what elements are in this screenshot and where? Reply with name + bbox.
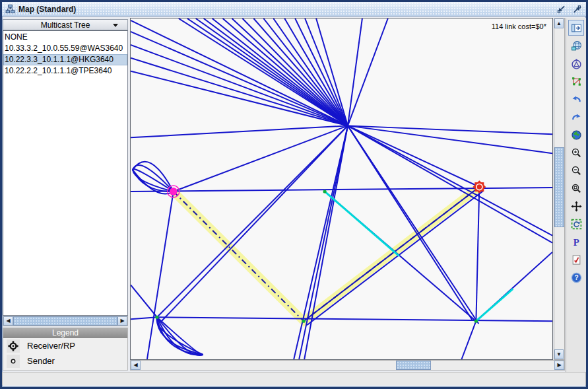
multicast-tree-dropdown[interactable]: Multicast Tree (3, 19, 128, 30)
help-button[interactable]: ? (568, 269, 584, 285)
network-link[interactable] (147, 192, 174, 359)
map-toolbar: P ? (566, 18, 586, 372)
globe-button[interactable] (568, 127, 584, 143)
scroll-right-button[interactable]: ▶ (117, 316, 127, 326)
scrollbar-thumb[interactable] (396, 361, 431, 370)
report-check-button[interactable] (568, 252, 584, 267)
topology-layout-icon (571, 76, 582, 87)
tree-list-item[interactable]: NONE (3, 32, 127, 43)
network-link[interactable] (157, 125, 348, 317)
overview-icon (571, 58, 582, 69)
network-link[interactable] (161, 125, 348, 322)
restore-window-button[interactable] (556, 4, 567, 14)
pan-icon (571, 201, 582, 212)
legend-item-receiver: Receiver/RP (3, 338, 127, 353)
map-hscrollbar[interactable]: ◀ ▶ (130, 360, 565, 371)
tree-list-item[interactable]: 10.33.3.2_10.0.55.59@WAS3640 (3, 43, 127, 54)
network-link[interactable] (348, 125, 552, 242)
network-map-svg (131, 18, 552, 359)
network-link[interactable] (157, 317, 552, 321)
restore-icon (556, 5, 566, 14)
network-link[interactable] (461, 321, 476, 359)
legend-label-receiver: Receiver/RP (27, 341, 75, 351)
scrollbar-track[interactable] (554, 28, 564, 349)
overview-button[interactable] (568, 55, 584, 71)
waypoint-node[interactable] (474, 320, 478, 323)
link-cost-label: 114 link cost=$0* (492, 22, 546, 30)
tree-list-hscrollbar[interactable]: ◀ ▶ (3, 316, 128, 326)
cyan-link[interactable] (476, 289, 513, 321)
scrollbar-track[interactable] (141, 361, 554, 370)
network-link[interactable] (294, 125, 348, 359)
sender-icon (7, 355, 20, 368)
report-check-icon (571, 254, 582, 265)
zoom-out-button[interactable] (568, 162, 584, 178)
scroll-down-button[interactable]: ▼ (554, 349, 564, 359)
map-window: Map (Standard) Multicast Tree NO (0, 0, 588, 389)
letter-p-button[interactable]: P (568, 234, 584, 250)
panel-toggle-button[interactable] (568, 20, 584, 36)
globe-icon (571, 129, 582, 141)
zoom-in-icon (571, 147, 582, 159)
dropdown-arrow-icon (113, 24, 118, 27)
network-link[interactable] (348, 18, 362, 125)
zoom-out-icon (571, 165, 582, 176)
legend-item-sender: Sender (3, 353, 127, 369)
waypoint-node[interactable] (323, 190, 326, 193)
network-link[interactable] (232, 18, 348, 125)
maximize-window-button[interactable] (572, 4, 583, 14)
status-bar (2, 372, 586, 385)
network-link[interactable] (348, 125, 552, 235)
map-vscrollbar[interactable]: ▲ ▼ (554, 18, 565, 360)
network-link[interactable] (174, 125, 348, 192)
multicast-tree-list: NONE10.33.3.2_10.0.55.59@WAS364010.22.3.… (3, 30, 128, 316)
network-link[interactable] (348, 125, 478, 324)
network-link[interactable] (131, 285, 157, 317)
cyan-link[interactable] (325, 192, 399, 256)
network-link[interactable] (348, 18, 388, 125)
legend-panel: Legend Receiver/RP Sender (3, 328, 128, 371)
redo-button[interactable] (568, 109, 584, 125)
panel-toggle-icon (571, 22, 582, 34)
window-title: Map (Standard) (18, 5, 76, 14)
zoom-area-button[interactable] (568, 180, 584, 196)
world-discover-button[interactable] (568, 38, 584, 53)
map-canvas[interactable]: 114 link cost=$0* (130, 18, 553, 360)
window-titlebar[interactable]: Map (Standard) (2, 2, 586, 17)
legend-header: Legend (3, 328, 127, 338)
pan-button[interactable] (568, 198, 584, 214)
scrollbar-track[interactable] (13, 316, 117, 326)
maximize-icon (572, 5, 582, 14)
tree-list-item[interactable]: 10.22.2.2_10.1.1.1@TPE3640 (3, 65, 127, 77)
waypoint-node[interactable] (155, 316, 158, 319)
waypoint-node[interactable] (302, 320, 306, 323)
receiver-rp-icon (7, 339, 20, 353)
network-link[interactable] (476, 187, 479, 321)
zoom-in-button[interactable] (568, 145, 584, 160)
network-link[interactable] (299, 125, 348, 359)
scroll-up-button[interactable]: ▲ (554, 18, 564, 28)
network-link[interactable] (131, 125, 348, 137)
multicast-tree-dropdown-label: Multicast Tree (41, 20, 90, 30)
legend-label-sender: Sender (27, 356, 55, 366)
scroll-right-button[interactable]: ▶ (554, 361, 564, 370)
scroll-left-button[interactable]: ◀ (131, 361, 141, 370)
zoom-area-icon (571, 183, 582, 194)
scroll-left-button[interactable]: ◀ (3, 316, 13, 326)
network-link[interactable] (131, 20, 348, 125)
tree-list-item[interactable]: 10.22.3.3_10.1.1.1@HKG3640 (3, 54, 127, 65)
undo-button[interactable] (568, 91, 584, 107)
globe-box-icon (571, 40, 582, 52)
network-link[interactable] (212, 18, 348, 125)
topology-layout-button[interactable] (568, 73, 584, 89)
receiver-node[interactable] (473, 180, 486, 194)
scrollbar-thumb[interactable] (13, 316, 117, 326)
rotate-selection-button[interactable] (568, 216, 584, 232)
network-link[interactable] (131, 188, 552, 192)
redo-icon (571, 112, 582, 123)
letter-p-icon: P (571, 236, 582, 248)
network-link[interactable] (304, 125, 348, 359)
svg-text:?: ? (574, 274, 578, 281)
network-link[interactable] (196, 18, 348, 125)
scrollbar-thumb[interactable] (554, 147, 564, 227)
